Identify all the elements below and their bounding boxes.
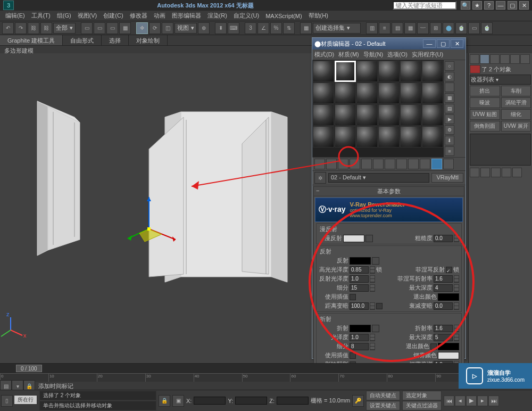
modify-tab-icon[interactable] — [480, 54, 489, 64]
render-icon[interactable]: 🍵 — [481, 22, 493, 34]
next-frame-icon[interactable]: ▸ — [477, 396, 488, 406]
menu-customize[interactable]: 自定义(U) — [230, 11, 262, 21]
refr-exit-color-swatch[interactable] — [438, 343, 459, 350]
material-editor-icon[interactable]: ⬤ — [443, 22, 454, 34]
sample-slot[interactable] — [400, 104, 421, 126]
maximize-icon[interactable]: ▢ — [437, 39, 450, 48]
menu-render[interactable]: 渲染(R) — [204, 11, 230, 21]
refract-color-swatch[interactable] — [350, 325, 371, 332]
menu-options[interactable]: 选项(O) — [387, 51, 408, 59]
utilities-tab-icon[interactable] — [520, 54, 530, 64]
refr-subdiv-spinner[interactable]: 8 — [350, 343, 369, 350]
sample-slot[interactable] — [378, 83, 400, 104]
diffuse-map-button[interactable] — [365, 235, 373, 242]
tab-selection[interactable]: 选择 — [102, 35, 129, 45]
reflect-color-swatch[interactable] — [350, 257, 371, 265]
sample-slot[interactable] — [422, 126, 443, 147]
material-list-icon[interactable]: ≡ — [445, 146, 454, 156]
hierarchy-tab-icon[interactable] — [490, 54, 500, 64]
noise-button[interactable]: 噪波 — [470, 97, 500, 108]
refl-subdiv-spinner[interactable]: 15 — [350, 284, 369, 292]
menu-modes[interactable]: 模式(D) — [314, 51, 334, 59]
menu-edit[interactable]: 编辑(E) — [2, 11, 28, 21]
sample-slot[interactable] — [378, 126, 400, 147]
ior-spinner[interactable]: 1.6 — [434, 325, 453, 332]
sample-slot[interactable] — [335, 126, 356, 147]
minimize-icon[interactable]: — — [496, 1, 505, 10]
move-icon[interactable]: ✥ — [136, 22, 148, 34]
sample-slot[interactable] — [422, 83, 443, 104]
spinner-buttons[interactable] — [370, 302, 375, 310]
rollout-header[interactable]: −基本参数 — [314, 187, 464, 196]
diffuse-color-swatch[interactable] — [343, 235, 364, 242]
key-mode-icon[interactable]: 🔑 — [352, 395, 364, 407]
sample-slot[interactable] — [400, 126, 421, 147]
fresnel-ior-spinner[interactable]: 1.6 — [434, 275, 453, 283]
menu-group[interactable]: 组(G) — [54, 11, 74, 21]
menu-utilities[interactable]: 实用程序(U) — [412, 51, 443, 59]
add-time-tag-label[interactable]: 添加时间标记 — [35, 382, 77, 390]
dim-distance-spinner[interactable]: 100.0 — [350, 302, 369, 310]
spinner-buttons[interactable] — [370, 343, 375, 350]
play-icon[interactable]: ▶ — [466, 396, 477, 406]
sample-slot[interactable] — [313, 61, 334, 82]
angle-snap-icon[interactable]: ∠ — [257, 22, 269, 34]
display-tab-icon[interactable] — [510, 54, 520, 64]
lock-selection-icon[interactable]: 🔒 — [159, 395, 170, 407]
go-to-parent-icon[interactable] — [431, 159, 442, 169]
backlight-icon[interactable]: ◐ — [445, 72, 454, 81]
spinner-buttons[interactable] — [370, 266, 375, 274]
sample-slot[interactable] — [313, 83, 334, 104]
uvw-map-button[interactable]: UVW 贴图 — [470, 109, 500, 120]
select-by-mat-icon[interactable]: ⬇ — [445, 136, 454, 145]
help-search-input[interactable] — [393, 1, 456, 10]
undo-icon[interactable]: ↶ — [2, 22, 14, 34]
extrude-button[interactable]: 挤出 — [470, 86, 500, 96]
reflect-map-button[interactable] — [372, 257, 379, 265]
link-icon[interactable]: ⛓ — [28, 22, 39, 34]
maxscript-listener-icon[interactable]: ▯ — [1, 395, 13, 407]
get-material-icon[interactable] — [314, 159, 325, 169]
spinner-buttons[interactable] — [370, 284, 375, 292]
pivot-icon[interactable]: ⊕ — [198, 22, 210, 34]
sample-slot[interactable] — [378, 104, 400, 126]
maximize-icon[interactable]: ▢ — [508, 1, 517, 10]
preview-icon[interactable]: ▶ — [445, 114, 454, 124]
fresnel-checkbox[interactable] — [446, 267, 452, 273]
sample-slot[interactable] — [313, 126, 334, 147]
menu-modifiers[interactable]: 修改器 — [127, 11, 151, 21]
ref-coord-dropdown[interactable]: 视图▾ — [174, 23, 197, 34]
uvw-unwrap-button[interactable]: UVW 展开 — [501, 121, 531, 131]
spinner-buttons[interactable] — [454, 235, 459, 242]
selection-filter-dropdown[interactable]: 全部▾ — [53, 23, 76, 34]
sample-slot[interactable] — [422, 104, 443, 126]
select-region-icon[interactable]: ▭ — [106, 22, 118, 34]
hilight-gloss-spinner[interactable]: 0.85 — [350, 266, 369, 274]
make-unique-icon[interactable] — [373, 159, 384, 169]
material-type-button[interactable]: VRayMtl — [431, 173, 463, 183]
material-editor-titlebar[interactable]: ⬤ 材质编辑器 - 02 - Default — ▢ ✕ — [312, 38, 466, 50]
minimize-icon[interactable]: — — [423, 39, 436, 48]
refr-exit-color-checkbox[interactable] — [430, 343, 437, 350]
sample-slot[interactable] — [335, 104, 356, 126]
put-to-library-icon[interactable] — [385, 159, 395, 169]
turbosmooth-button[interactable]: 涡轮平滑 — [501, 97, 531, 108]
prompt-area[interactable]: 所在行 — [14, 395, 37, 405]
sample-slot-selected[interactable] — [335, 61, 356, 82]
y-coord-input[interactable] — [235, 397, 267, 405]
spinner-buttons[interactable] — [454, 284, 459, 292]
refl-maxdepth-spinner[interactable]: 4 — [434, 284, 453, 292]
sample-slot[interactable] — [313, 104, 334, 126]
refl-interp-checkbox[interactable] — [350, 294, 356, 300]
sample-slot[interactable] — [335, 83, 356, 104]
z-coord-input[interactable] — [277, 397, 309, 405]
select-name-icon[interactable]: ▭ — [94, 22, 105, 34]
sample-slot[interactable] — [356, 126, 378, 147]
menu-views[interactable]: 视图(V) — [74, 11, 101, 21]
time-slider[interactable]: 0 / 100 — [0, 364, 532, 373]
refract-map-button[interactable] — [372, 325, 379, 332]
tessellate-button[interactable]: 细化 — [501, 109, 531, 120]
menu-animation[interactable]: 动画 — [151, 11, 169, 21]
sample-slot[interactable] — [422, 61, 443, 82]
help-icon[interactable]: ? — [484, 1, 494, 10]
